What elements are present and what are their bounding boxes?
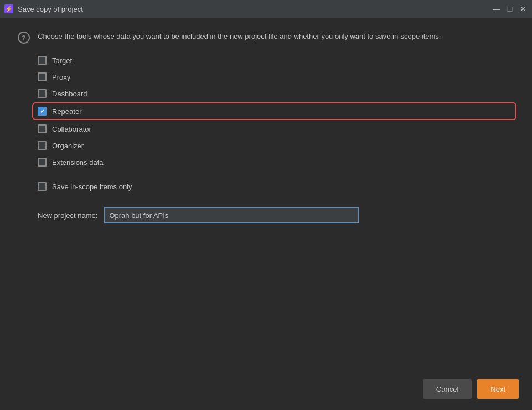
checkbox-proxy-label: Proxy	[52, 73, 70, 81]
title-bar: ⚡ Save copy of project — □ ✕	[0, 0, 532, 18]
cancel-button[interactable]: Cancel	[423, 379, 472, 399]
checkbox-collaborator-label: Collaborator	[52, 125, 91, 133]
checkboxes-section: Target Proxy Dashboard Repeater Collabor…	[18, 55, 514, 168]
checkbox-extensions-label: Extensions data	[52, 158, 104, 167]
footer: Cancel Next	[0, 372, 532, 410]
app-icon: ⚡	[4, 4, 13, 13]
checkbox-extensions[interactable]: Extensions data	[38, 157, 514, 168]
checkbox-organizer-box[interactable]	[38, 141, 47, 150]
minimize-button[interactable]: —	[492, 4, 501, 13]
checkbox-organizer-label: Organizer	[52, 142, 84, 150]
checkbox-proxy[interactable]: Proxy	[38, 71, 514, 82]
project-name-row: New project name:	[18, 207, 514, 223]
checkbox-collaborator-box[interactable]	[38, 124, 47, 133]
save-scope-row: Save in-scope items only	[18, 181, 514, 192]
checkbox-inscope-box[interactable]	[38, 182, 47, 191]
maximize-button[interactable]: □	[505, 4, 514, 13]
checkbox-dashboard-label: Dashboard	[52, 90, 87, 98]
project-name-label: New project name:	[38, 211, 97, 220]
checkbox-organizer[interactable]: Organizer	[38, 140, 514, 151]
checkbox-extensions-box[interactable]	[38, 158, 47, 167]
next-button[interactable]: Next	[477, 379, 519, 399]
checkbox-repeater-label: Repeater	[52, 107, 81, 116]
checkbox-target-label: Target	[52, 56, 72, 65]
dialog-title: Save copy of project	[18, 5, 492, 13]
checkbox-repeater-box[interactable]	[38, 107, 47, 116]
checkbox-target-box[interactable]	[38, 56, 47, 65]
window-controls: — □ ✕	[492, 4, 528, 13]
description-text: Choose the tools whose data you want to …	[38, 31, 441, 42]
checkbox-target[interactable]: Target	[38, 55, 514, 66]
description-row: ? Choose the tools whose data you want t…	[18, 31, 514, 44]
checkbox-dashboard-box[interactable]	[38, 89, 47, 98]
checkbox-inscope-label: Save in-scope items only	[52, 183, 132, 191]
checkbox-proxy-box[interactable]	[38, 72, 47, 81]
close-button[interactable]: ✕	[519, 4, 528, 13]
checkbox-repeater[interactable]: Repeater	[34, 105, 514, 118]
checkbox-inscope[interactable]: Save in-scope items only	[38, 181, 514, 192]
checkbox-collaborator[interactable]: Collaborator	[38, 123, 514, 134]
dialog: ⚡ Save copy of project — □ ✕ ? Choose th…	[0, 0, 532, 410]
help-icon: ?	[18, 32, 30, 44]
checkbox-dashboard[interactable]: Dashboard	[38, 88, 514, 99]
dialog-body: ? Choose the tools whose data you want t…	[0, 18, 532, 372]
project-name-input[interactable]	[104, 207, 359, 223]
